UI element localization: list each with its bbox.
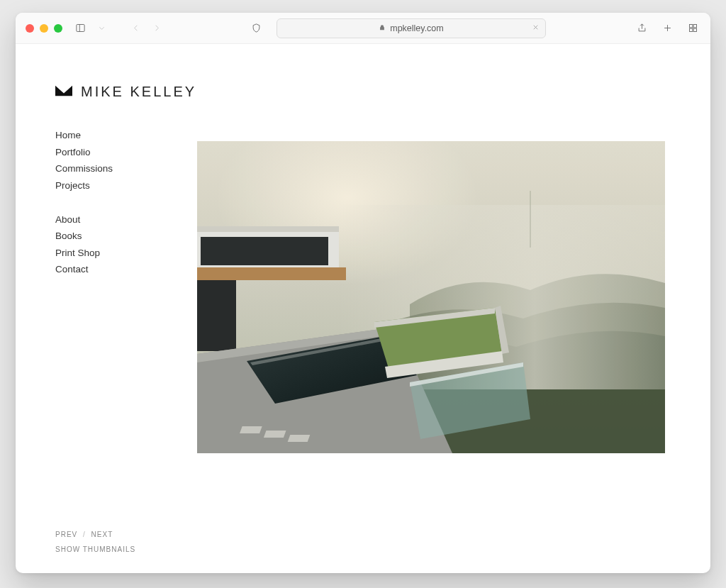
svg-rect-7 <box>693 25 696 28</box>
lock-icon <box>379 23 386 33</box>
brand-header[interactable]: MIKE KELLEY <box>55 84 671 100</box>
tab-overview-icon[interactable] <box>685 21 700 36</box>
browser-window: mpkelley.com MIKE KELLEY <box>16 13 710 573</box>
clear-address-icon[interactable] <box>532 23 540 33</box>
page-content: MIKE KELLEY Home Portfolio Commissions P… <box>16 44 710 573</box>
brand-name-text: MIKE KELLEY <box>81 84 196 100</box>
share-icon[interactable] <box>634 21 649 36</box>
close-window-button[interactable] <box>26 24 34 33</box>
privacy-report-icon[interactable] <box>248 21 264 36</box>
gallery-controls: PREV / NEXT SHOW THUMBNAILS <box>55 531 671 553</box>
address-bar[interactable]: mpkelley.com <box>277 18 546 38</box>
brand-logo-icon <box>55 85 72 99</box>
nav-item-contact[interactable]: Contact <box>55 261 155 278</box>
browser-toolbar: mpkelley.com <box>16 13 710 44</box>
nav-item-portfolio[interactable]: Portfolio <box>55 144 155 161</box>
svg-rect-8 <box>689 28 692 31</box>
forward-button-icon[interactable] <box>149 21 164 36</box>
show-thumbnails-button[interactable]: SHOW THUMBNAILS <box>55 545 135 553</box>
nav-item-printshop[interactable]: Print Shop <box>55 245 155 262</box>
prev-button[interactable]: PREV <box>55 531 77 538</box>
traffic-lights <box>26 24 62 33</box>
svg-rect-6 <box>689 25 692 28</box>
nav-item-about[interactable]: About <box>55 211 155 228</box>
hero-image[interactable] <box>197 141 665 453</box>
nav-group-primary: Home Portfolio Commissions Projects <box>55 127 155 194</box>
new-tab-icon[interactable] <box>659 21 675 36</box>
svg-rect-9 <box>693 28 696 31</box>
nav-item-projects[interactable]: Projects <box>55 177 155 194</box>
svg-marker-10 <box>55 85 72 95</box>
next-button[interactable]: NEXT <box>91 531 113 538</box>
toolbar-right-group <box>634 21 700 36</box>
nav-group-secondary: About Books Print Shop Contact <box>55 211 155 279</box>
svg-rect-0 <box>76 25 84 32</box>
sidebar-nav: Home Portfolio Commissions Projects Abou… <box>55 127 155 512</box>
maximize-window-button[interactable] <box>54 24 62 33</box>
toolbar-chevron-down-icon[interactable] <box>94 21 109 36</box>
hero-area <box>197 141 671 512</box>
address-bar-text: mpkelley.com <box>390 23 443 33</box>
nav-item-books[interactable]: Books <box>55 228 155 245</box>
address-bar-container: mpkelley.com <box>170 18 624 38</box>
minimize-window-button[interactable] <box>40 24 48 33</box>
nav-item-commissions[interactable]: Commissions <box>55 160 155 177</box>
sidebar-toggle-icon[interactable] <box>72 21 88 36</box>
nav-item-home[interactable]: Home <box>55 127 155 144</box>
prev-next-divider: / <box>83 531 86 538</box>
svg-rect-37 <box>197 141 665 453</box>
back-button-icon[interactable] <box>128 21 143 36</box>
